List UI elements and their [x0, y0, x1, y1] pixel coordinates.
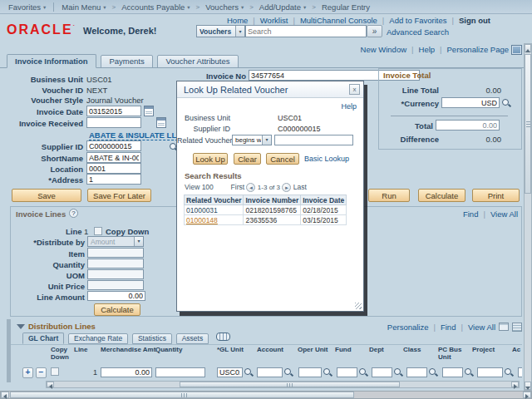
sign-out-link[interactable]: Sign out — [446, 16, 490, 25]
multichannel-console-link[interactable]: MultiChannel Console — [288, 16, 377, 25]
find-link[interactable]: Find — [428, 323, 456, 332]
view-100-link[interactable]: View 100 — [185, 183, 214, 191]
dept-input[interactable] — [372, 367, 392, 377]
dialog-help-link[interactable]: Help — [341, 102, 357, 111]
calculate-button[interactable]: Calculate — [418, 189, 466, 202]
line-amount-input[interactable] — [87, 291, 145, 301]
lookup-icon[interactable] — [323, 367, 332, 377]
merchandise-amt-input[interactable] — [101, 367, 152, 377]
breadcrumb-item-add-update[interactable]: Add/Update▾ — [259, 2, 306, 12]
scroll-left-icon[interactable] — [49, 384, 52, 389]
short-name-input[interactable] — [86, 152, 141, 163]
worklist-link[interactable]: Worklist — [248, 16, 288, 25]
view-all-link[interactable]: View All — [478, 209, 518, 219]
help-link[interactable]: Help — [406, 45, 435, 54]
result-voucher-link[interactable]: 01000148 — [186, 216, 218, 224]
dtab-gl-chart[interactable]: GL Chart — [22, 332, 64, 344]
uom-input[interactable] — [87, 269, 144, 279]
download-spreadsheet-icon[interactable] — [512, 323, 522, 332]
run-button[interactable]: Run — [368, 189, 410, 202]
table-hscrollbar[interactable] — [46, 381, 520, 388]
gl-unit-input[interactable] — [217, 367, 243, 377]
cancel-button[interactable]: Cancel — [266, 153, 299, 165]
scroll-right-icon[interactable] — [525, 394, 529, 399]
calendar-icon[interactable] — [144, 106, 154, 116]
page-vscrollbar[interactable] — [524, 43, 532, 391]
scroll-up-icon[interactable] — [525, 49, 530, 52]
tab-payments[interactable]: Payments — [101, 55, 152, 68]
show-all-tabs-icon[interactable] — [216, 332, 230, 341]
class-input[interactable] — [406, 367, 427, 377]
view-all-link[interactable]: View All — [456, 323, 495, 332]
export-grid-icon[interactable] — [499, 323, 509, 331]
related-voucher-input[interactable] — [274, 135, 353, 145]
personalize-link[interactable]: Personalize — [387, 323, 429, 332]
col-invoice-number[interactable]: Invoice Number — [244, 195, 301, 205]
scroll-right-icon[interactable] — [514, 384, 517, 389]
breadcrumb-item-accounts-payable[interactable]: Accounts Payable▾ — [121, 2, 190, 12]
hscroll-thumb[interactable] — [180, 382, 400, 387]
pc-bus-unit-input[interactable] — [442, 367, 463, 377]
lookup-icon[interactable] — [428, 367, 438, 377]
breadcrumb-item-main-menu[interactable]: Main Menu▾ — [62, 2, 106, 12]
page-hscroll-thumb[interactable] — [10, 392, 354, 398]
save-for-later-button[interactable]: Save For Later — [87, 189, 151, 202]
find-link[interactable]: Find — [463, 209, 478, 219]
quantity-dist-input[interactable] — [155, 367, 205, 377]
col-invoice-date[interactable]: Invoice Date — [301, 195, 347, 205]
advanced-search-link[interactable]: Advanced Search — [387, 27, 449, 37]
activity-input[interactable] — [518, 367, 522, 377]
add-to-favorites-link[interactable]: Add to Favorites — [377, 16, 447, 25]
dtab-statistics[interactable]: Statistics — [132, 333, 172, 344]
supplier-id-input[interactable] — [86, 140, 141, 151]
item-input[interactable] — [87, 248, 144, 258]
total-input[interactable] — [436, 120, 500, 131]
lookup-icon[interactable] — [244, 367, 254, 377]
scroll-left-icon[interactable] — [3, 394, 7, 399]
breadcrumb-item-vouchers[interactable]: Vouchers▾ — [205, 2, 244, 12]
lookup-icon[interactable] — [358, 367, 368, 377]
tab-invoice-information[interactable]: Invoice Information — [7, 54, 96, 68]
close-icon[interactable]: x — [349, 84, 360, 95]
oper-unit-input[interactable] — [298, 367, 322, 377]
calculate-line-button[interactable]: Calculate — [94, 303, 140, 316]
invoice-received-input[interactable] — [86, 117, 141, 128]
row-copy-down-checkbox[interactable] — [51, 367, 59, 376]
next-page-icon[interactable]: ► — [282, 183, 291, 192]
dtab-assets[interactable]: Assets — [176, 333, 209, 344]
lookup-icon[interactable] — [283, 367, 293, 377]
result-voucher[interactable]: 01000031 — [186, 206, 218, 214]
breadcrumb-item-favorites[interactable]: Favorites▾ — [8, 2, 46, 12]
calendar-icon[interactable] — [156, 117, 166, 128]
clear-button[interactable]: Clear — [234, 153, 261, 165]
lookup-icon[interactable] — [501, 98, 511, 108]
supplier-name-link[interactable]: ABATE & INSULATE LLC — [89, 131, 182, 140]
vscroll-thumb[interactable] — [525, 54, 531, 194]
home-link[interactable]: Home — [227, 16, 248, 25]
copy-down-checkbox[interactable] — [94, 227, 102, 235]
project-input[interactable] — [477, 367, 503, 377]
add-row-button[interactable]: + — [22, 367, 33, 378]
search-go-icon[interactable]: » — [367, 25, 382, 37]
save-button[interactable]: Save — [12, 189, 81, 202]
search-input[interactable] — [245, 25, 367, 37]
lookup-icon[interactable] — [393, 367, 403, 377]
collapse-section-icon[interactable] — [17, 324, 25, 329]
scroll-down-icon[interactable] — [525, 387, 530, 390]
tab-voucher-attributes[interactable]: Voucher Attributes — [157, 55, 238, 68]
col-related-voucher[interactable]: Related Voucher — [185, 195, 244, 205]
dtab-exchange-rate[interactable]: Exchange Rate — [68, 333, 128, 344]
page-options-icon[interactable] — [511, 45, 522, 55]
fund-input[interactable] — [337, 367, 357, 377]
account-input[interactable] — [257, 367, 283, 377]
personalize-page-link[interactable]: Personalize Page — [435, 45, 509, 54]
quantity-input[interactable] — [87, 259, 144, 268]
remove-row-button[interactable]: − — [36, 367, 47, 378]
new-window-link[interactable]: New Window — [361, 45, 406, 54]
related-voucher-operator-dropdown[interactable]: begins with ▾ — [232, 135, 272, 145]
address-input[interactable] — [86, 174, 141, 185]
previous-page-icon[interactable]: ◄ — [246, 183, 255, 192]
invoice-date-input[interactable] — [86, 106, 141, 116]
unit-price-input[interactable] — [87, 280, 144, 290]
currency-input[interactable] — [441, 97, 500, 108]
